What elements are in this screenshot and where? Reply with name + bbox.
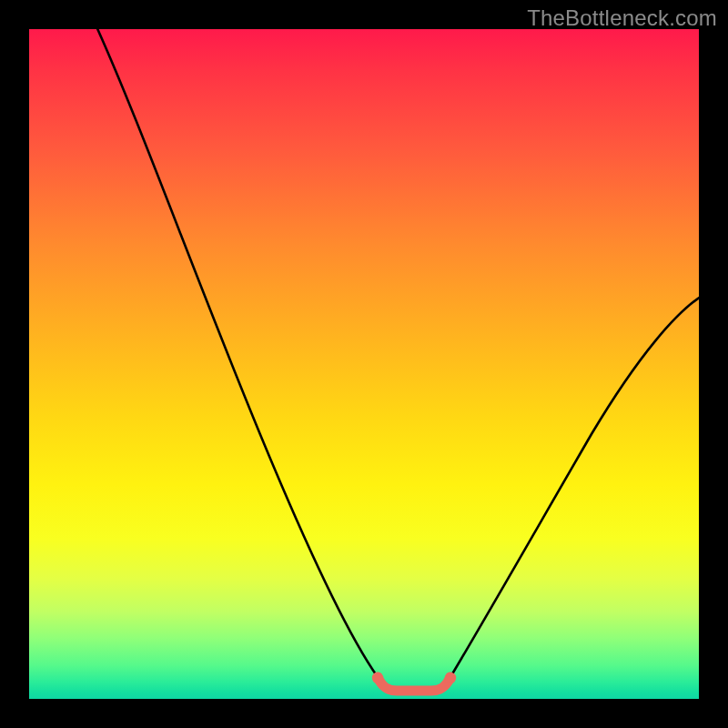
plot-area — [29, 29, 699, 699]
valley-floor — [378, 677, 450, 691]
floor-end-right — [445, 672, 456, 683]
valley-curve-right — [450, 295, 699, 677]
curve-layer — [29, 29, 699, 699]
chart-frame: TheBottleneck.com — [0, 0, 728, 728]
watermark-text: TheBottleneck.com — [527, 5, 717, 31]
valley-curve-left — [96, 29, 378, 677]
floor-end-left — [372, 672, 383, 683]
